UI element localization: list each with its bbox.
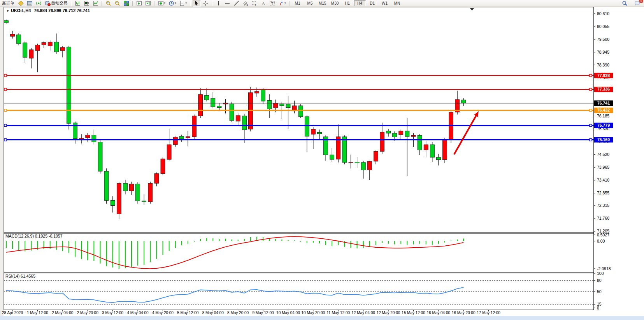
market-watch-icon[interactable] xyxy=(26,0,34,7)
toolbar-separator xyxy=(102,1,102,6)
candle-body xyxy=(67,47,71,123)
price-badge-value: 76.432 xyxy=(597,108,610,112)
candle-body xyxy=(411,135,416,136)
chart-canvas[interactable]: 80.61080.05579.50078.94578.39077.83577.2… xyxy=(0,0,644,320)
candle-body xyxy=(261,89,265,101)
candle-body xyxy=(286,104,290,108)
price-badge-value: 75.160 xyxy=(597,137,610,142)
time-tick-label: 9 May 12:00 xyxy=(252,311,274,315)
bar-chart-icon[interactable] xyxy=(74,0,82,7)
line-handle[interactable] xyxy=(590,138,592,141)
crosshair-icon[interactable] xyxy=(202,0,210,7)
timeframe-button-m15[interactable]: M15 xyxy=(317,0,328,6)
candle-body xyxy=(230,104,234,121)
svg-text:E: E xyxy=(247,4,248,6)
price-tick-label: 78.945 xyxy=(597,50,609,54)
zoom-out-icon[interactable] xyxy=(113,0,121,7)
time-tick-label: 8 May 04:00 xyxy=(202,311,224,315)
timeframe-buttons: M1M5M15M30H1H4D1W1MN xyxy=(291,0,404,6)
price-tick-label: 80.055 xyxy=(597,24,609,29)
toolbar-separator xyxy=(132,1,133,6)
tile-windows-icon[interactable] xyxy=(122,0,130,7)
candle-body xyxy=(393,133,397,137)
mt4-window: { "toolbar": { "new_order": "新订单", "auto… xyxy=(0,0,644,320)
timeframe-button-mn[interactable]: MN xyxy=(391,0,403,6)
rsi-label: RSI(14) 61.4565 xyxy=(5,274,35,278)
timeframe-button-m5[interactable]: M5 xyxy=(304,0,316,6)
equidistant-channel-icon[interactable]: E xyxy=(241,0,249,7)
candle-body xyxy=(179,136,184,139)
time-tick-label: 11 May 12:00 xyxy=(326,311,350,315)
price-tick-label: 79.500 xyxy=(597,37,609,42)
price-badge-value: 76.741 xyxy=(597,101,610,105)
candle-body xyxy=(443,140,447,160)
candle-body xyxy=(11,34,15,36)
trendline-icon[interactable] xyxy=(232,0,240,7)
line-handle[interactable] xyxy=(4,74,7,77)
line-handle[interactable] xyxy=(590,109,592,112)
price-badge-value: 75.779 xyxy=(597,123,610,128)
price-badge-value: 77.938 xyxy=(597,73,610,78)
candle-body xyxy=(92,135,96,142)
line-handle[interactable] xyxy=(4,88,7,91)
fibonacci-icon[interactable]: F xyxy=(250,0,258,7)
timeframe-button-w1[interactable]: W1 xyxy=(379,0,391,6)
text-icon[interactable]: A xyxy=(259,0,267,7)
candle-body xyxy=(205,95,209,100)
horizontal-line-icon[interactable] xyxy=(223,0,232,7)
candle-body xyxy=(430,145,434,157)
timeframe-button-m30[interactable]: M30 xyxy=(329,0,341,6)
timeframe-button-d1[interactable]: D1 xyxy=(367,0,378,6)
line-handle[interactable] xyxy=(4,124,7,127)
chart-shift-icon[interactable] xyxy=(144,0,152,7)
toolbar-separator xyxy=(190,1,191,6)
price-badge-value: 77.336 xyxy=(597,87,610,91)
timeframe-button-m1[interactable]: M1 xyxy=(292,0,304,6)
symbol-menu-icon[interactable]: ▼ xyxy=(6,9,9,13)
zoom-in-icon[interactable] xyxy=(104,0,112,7)
candle-body xyxy=(418,135,422,150)
time-tick-label: 1 May 12:00 xyxy=(27,311,48,315)
line-handle[interactable] xyxy=(590,74,592,77)
autotrading-icon[interactable]: 自动交易 xyxy=(44,0,69,7)
dropdown-arrow-icon[interactable]: ▾ xyxy=(186,2,187,5)
chart-profile-icon[interactable] xyxy=(17,0,25,7)
time-tick-label: 3 May 12:00 xyxy=(102,311,123,315)
line-chart-icon[interactable] xyxy=(91,0,100,7)
dropdown-arrow-icon[interactable]: ▾ xyxy=(284,2,286,5)
cursor-icon[interactable] xyxy=(193,0,201,7)
templates-icon[interactable]: ▾ xyxy=(178,0,188,7)
arrows-icon[interactable]: ▾ xyxy=(277,0,287,7)
navigator-icon[interactable] xyxy=(35,0,43,7)
periods-icon[interactable]: ▾ xyxy=(167,0,177,7)
time-tick-label: 10 May 04:00 xyxy=(276,311,300,315)
timeframe-button-h1[interactable]: H1 xyxy=(342,0,353,6)
new-order-button[interactable]: 新订单 xyxy=(0,0,16,6)
vertical-line-icon[interactable] xyxy=(214,0,223,7)
price-tick-label: 80.610 xyxy=(597,11,609,16)
candle-body xyxy=(142,201,146,202)
candlestick-chart-icon[interactable] xyxy=(82,0,91,7)
toolbar-separator xyxy=(71,1,72,6)
candle-body xyxy=(86,135,90,138)
search-icon[interactable] xyxy=(621,0,629,7)
rsi-axis-label: 50 xyxy=(597,289,602,294)
text-label-icon[interactable]: T xyxy=(268,0,276,7)
candle-body xyxy=(374,151,378,161)
dropdown-arrow-icon[interactable]: ▾ xyxy=(164,2,166,5)
line-handle[interactable] xyxy=(590,124,592,127)
line-handle[interactable] xyxy=(590,88,592,91)
candle-body xyxy=(255,91,259,93)
dropdown-arrow-icon[interactable]: ▾ xyxy=(175,2,176,5)
auto-scroll-icon[interactable] xyxy=(135,0,143,7)
timeframe-button-h4[interactable]: H4 xyxy=(354,0,366,6)
time-tick-label: 12 May 20:00 xyxy=(377,311,400,315)
price-tick-label: 72.855 xyxy=(597,191,609,195)
candle-body xyxy=(280,104,284,106)
time-tick-label: 28 Apr 2023 xyxy=(2,311,23,315)
line-handle[interactable] xyxy=(4,109,7,112)
line-handle[interactable] xyxy=(4,138,7,141)
indicators-icon[interactable]: ▾ xyxy=(157,0,167,7)
candle-body xyxy=(186,136,190,138)
chat-icon[interactable]: 1 xyxy=(633,0,641,7)
